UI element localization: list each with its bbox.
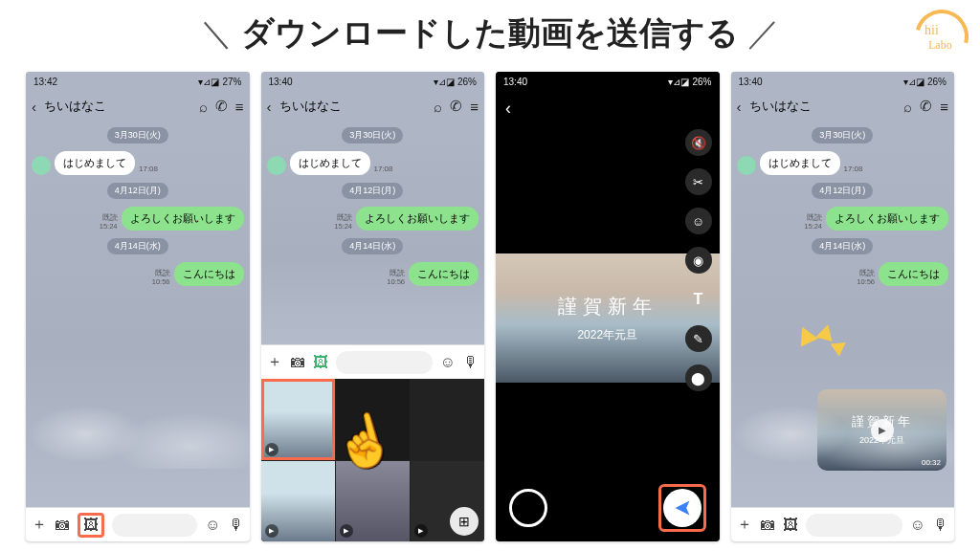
title-text: ダウンロードした動画を送信する (241, 14, 739, 51)
search-icon[interactable]: ⌕ (199, 99, 208, 115)
chat-header: ‹ ちいはなこ ⌕ ✆ ≡ (731, 91, 955, 121)
chat-area: 3月30日(火) はじめまして17:08 4月12日(月) 既読15:24よろし… (731, 121, 955, 507)
chiilabo-logo: hii Labo (915, 10, 969, 63)
contact-name[interactable]: ちいはなこ (279, 98, 427, 115)
menu-icon[interactable]: ≡ (940, 99, 948, 115)
grid-view-button[interactable]: ⊞ (450, 507, 479, 536)
mic-icon[interactable]: 🎙︎ (933, 517, 948, 534)
status-bar: 13:42 ▾⊿◪ 27% (26, 72, 250, 91)
chat-area: 3月30日(火) はじめまして17:08 4月12日(月) 既読15:24よろし… (261, 121, 485, 344)
status-bar: 13:40 ▾⊿◪ 26% (731, 72, 955, 91)
mute-icon[interactable]: 🔇 (685, 129, 712, 156)
contact-name[interactable]: ちいはなこ (44, 98, 191, 115)
phone-step-2: 13:40 ▾⊿◪ 26% ‹ ちいはなこ ⌕ ✆ ≡ 3月30日(火) はじめ… (261, 72, 485, 541)
bubble-out[interactable]: こんにちは (174, 262, 244, 286)
back-icon[interactable]: ‹ (737, 99, 742, 115)
draw-icon[interactable]: ✎ (685, 325, 712, 352)
camera-icon[interactable]: 📷︎ (55, 517, 70, 534)
read-marker: 既読10:56 (152, 269, 170, 286)
read-marker: 既読15:24 (100, 213, 118, 231)
phone-step-1: 13:42 ▾⊿◪ 27% ‹ ちいはなこ ⌕ ✆ ≡ 3月30日(火) はじめ… (26, 72, 250, 541)
input-bar: ＋ 📷︎ 🖼︎ ☺ 🎙︎ (731, 507, 955, 541)
edit-toolbar: 🔇 ✂ ☺ ◉ T ✎ ⬤ (685, 129, 712, 391)
input-bar: ＋ 📷︎ 🖼︎ ☺ 🎙︎ (26, 507, 250, 541)
plus-icon[interactable]: ＋ (32, 515, 47, 535)
mic-icon[interactable]: 🎙︎ (229, 517, 244, 534)
sticker-icon[interactable]: ☺ (685, 208, 712, 234)
status-time: 13:40 (503, 77, 527, 87)
emoji-icon[interactable]: ☺ (440, 354, 456, 371)
status-bar: 13:40 ▾⊿◪ 26% (261, 72, 485, 91)
bubble-in[interactable]: はじめまして (55, 151, 135, 175)
gallery-picker: ▶ ▶ ▶ ▶ ☝️ ⊞ (261, 379, 485, 541)
status-time: 13:42 (33, 77, 57, 87)
send-button[interactable] (663, 489, 702, 527)
back-icon[interactable]: ‹ (267, 99, 272, 115)
call-icon[interactable]: ✆ (450, 98, 462, 115)
chat-header: ‹ ちいはなこ ⌕ ✆ ≡ (26, 91, 250, 121)
gallery-icon[interactable]: 🖼︎ (313, 354, 328, 371)
editor-header: ‹ (496, 91, 720, 125)
video-title: 謹賀新年 (558, 294, 657, 320)
call-icon[interactable]: ✆ (215, 98, 228, 115)
plus-icon[interactable]: ＋ (737, 515, 752, 535)
date-tag: 4月12日(月) (107, 183, 168, 199)
search-icon[interactable]: ⌕ (434, 99, 442, 115)
message-out: 既読10:56 こんにちは (32, 262, 244, 286)
message-in: はじめまして 17:08 (32, 151, 244, 175)
bubble-out[interactable]: よろしくお願いします (122, 207, 244, 231)
gallery-icon[interactable]: 🖼︎ (78, 513, 104, 538)
text-icon[interactable]: T (685, 286, 712, 313)
date-tag: 4月14日(水) (107, 238, 168, 254)
back-icon[interactable]: ‹ (32, 99, 36, 115)
message-input[interactable] (336, 351, 433, 374)
trim-icon[interactable]: ✂ (685, 168, 712, 195)
record-button[interactable] (509, 489, 547, 527)
input-bar: ＋ 📷︎ 🖼︎ ☺ 🎙︎ (261, 344, 485, 379)
page-title: ＼ ダウンロードした動画を送信する ／ (0, 11, 980, 55)
phone-step-4: 13:40 ▾⊿◪ 26% ‹ ちいはなこ ⌕ ✆ ≡ 3月30日(火) はじめ… (731, 72, 955, 541)
video-subtitle: 2022年元旦 (577, 327, 637, 343)
phone-step-3: 13:40 ▾⊿◪ 26% ‹ 🔇 ✂ ☺ ◉ T ✎ ⬤ 謹賀新年 2022年… (496, 72, 720, 541)
menu-icon[interactable]: ≡ (470, 99, 479, 115)
gallery-item[interactable] (411, 379, 484, 460)
back-icon[interactable]: ‹ (505, 99, 511, 119)
avatar[interactable] (32, 156, 51, 175)
camera-icon[interactable]: 📷︎ (760, 517, 775, 534)
date-tag: 3月30日(火) (107, 127, 168, 143)
slash-right: ／ (747, 14, 780, 51)
blur-icon[interactable]: ⬤ (685, 364, 712, 391)
contact-name[interactable]: ちいはなこ (749, 98, 897, 115)
send-highlight (658, 484, 706, 532)
filter-icon[interactable]: ◉ (685, 247, 712, 274)
emoji-icon[interactable]: ☺ (205, 517, 220, 534)
chat-header: ‹ ちいはなこ ⌕ ✆ ≡ (261, 91, 485, 121)
menu-icon[interactable]: ≡ (235, 99, 244, 115)
status-bar: 13:40 ▾⊿◪ 26% (496, 72, 720, 91)
chat-area: 3月30日(火) はじめまして 17:08 4月12日(月) 既読15:24 よ… (26, 121, 250, 507)
gallery-item[interactable]: ▶ (261, 379, 335, 460)
status-icons: ▾⊿◪ 26% (434, 77, 477, 87)
status-time: 13:40 (739, 77, 763, 87)
status-icons: ▾⊿◪ 26% (668, 77, 711, 87)
editor-bottom (496, 484, 720, 532)
message-out: 既読15:24 よろしくお願いします (32, 207, 244, 231)
timestamp: 17:08 (139, 165, 158, 173)
search-icon[interactable]: ⌕ (903, 99, 912, 115)
camera-icon[interactable]: 📷︎ (290, 354, 305, 371)
plus-icon[interactable]: ＋ (267, 352, 282, 372)
gallery-icon[interactable]: 🖼︎ (783, 517, 798, 534)
status-icons: ▾⊿◪ 27% (198, 77, 241, 87)
mic-icon[interactable]: 🎙︎ (463, 354, 479, 371)
slash-left: ＼ (200, 14, 233, 51)
status-time: 13:40 (269, 77, 293, 87)
message-input[interactable] (806, 514, 902, 537)
call-icon[interactable]: ✆ (920, 98, 932, 115)
gallery-item[interactable]: ▶ (261, 461, 335, 542)
emoji-icon[interactable]: ☺ (910, 517, 925, 534)
message-input[interactable] (112, 514, 197, 537)
status-icons: ▾⊿◪ 26% (903, 77, 947, 87)
